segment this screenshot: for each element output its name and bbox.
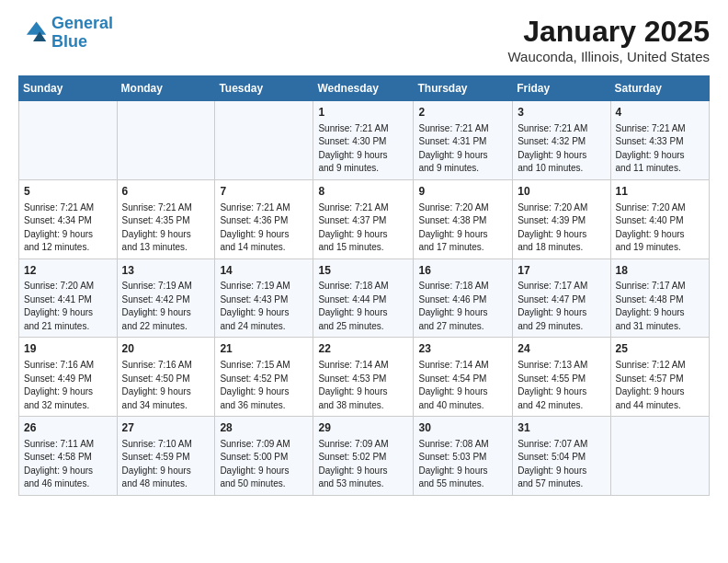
calendar-cell: 26Sunrise: 7:11 AM Sunset: 4:58 PM Dayli…	[19, 417, 118, 496]
day-content: Sunrise: 7:21 AM Sunset: 4:36 PM Dayligh…	[220, 201, 308, 255]
day-number: 26	[24, 420, 112, 436]
calendar-cell	[19, 101, 118, 180]
day-content: Sunrise: 7:15 AM Sunset: 4:52 PM Dayligh…	[220, 359, 308, 412]
calendar-cell: 21Sunrise: 7:15 AM Sunset: 4:52 PM Dayli…	[215, 338, 313, 417]
calendar-cell: 25Sunrise: 7:12 AM Sunset: 4:57 PM Dayli…	[610, 338, 709, 417]
day-content: Sunrise: 7:21 AM Sunset: 4:37 PM Dayligh…	[318, 201, 408, 255]
calendar-cell: 27Sunrise: 7:10 AM Sunset: 4:59 PM Dayli…	[117, 417, 215, 496]
calendar-cell: 7Sunrise: 7:21 AM Sunset: 4:36 PM Daylig…	[215, 179, 313, 259]
day-content: Sunrise: 7:17 AM Sunset: 4:48 PM Dayligh…	[616, 280, 704, 333]
day-content: Sunrise: 7:18 AM Sunset: 4:46 PM Dayligh…	[418, 280, 507, 333]
day-number: 19	[24, 341, 112, 357]
day-header-sunday: Sunday	[19, 76, 118, 101]
calendar-cell: 18Sunrise: 7:17 AM Sunset: 4:48 PM Dayli…	[610, 259, 709, 338]
day-content: Sunrise: 7:20 AM Sunset: 4:39 PM Dayligh…	[518, 201, 605, 255]
calendar-cell: 16Sunrise: 7:18 AM Sunset: 4:46 PM Dayli…	[414, 259, 513, 338]
day-header-friday: Friday	[513, 76, 610, 101]
logo-line1: General	[51, 14, 113, 32]
day-number: 5	[24, 184, 112, 200]
calendar-week-row: 26Sunrise: 7:11 AM Sunset: 4:58 PM Dayli…	[19, 417, 710, 496]
day-content: Sunrise: 7:19 AM Sunset: 4:42 PM Dayligh…	[122, 280, 210, 333]
calendar-cell: 29Sunrise: 7:09 AM Sunset: 5:02 PM Dayli…	[313, 417, 414, 496]
calendar-cell: 3Sunrise: 7:21 AM Sunset: 4:32 PM Daylig…	[513, 101, 610, 180]
day-content: Sunrise: 7:20 AM Sunset: 4:38 PM Dayligh…	[418, 201, 507, 255]
day-content: Sunrise: 7:20 AM Sunset: 4:41 PM Dayligh…	[24, 280, 112, 333]
day-content: Sunrise: 7:08 AM Sunset: 5:03 PM Dayligh…	[418, 438, 507, 491]
calendar-cell: 19Sunrise: 7:16 AM Sunset: 4:49 PM Dayli…	[19, 338, 118, 417]
day-header-saturday: Saturday	[610, 76, 709, 101]
day-number: 28	[220, 420, 308, 436]
logo-text: General Blue	[51, 15, 113, 52]
day-content: Sunrise: 7:11 AM Sunset: 4:58 PM Dayligh…	[24, 438, 112, 491]
day-number: 13	[122, 263, 210, 279]
day-number: 21	[220, 341, 308, 357]
day-number: 27	[122, 420, 210, 436]
day-content: Sunrise: 7:16 AM Sunset: 4:50 PM Dayligh…	[122, 359, 210, 412]
day-number: 11	[616, 184, 704, 200]
day-content: Sunrise: 7:20 AM Sunset: 4:40 PM Dayligh…	[616, 201, 704, 255]
day-number: 8	[318, 184, 408, 200]
day-number: 24	[518, 341, 605, 357]
calendar-cell: 17Sunrise: 7:17 AM Sunset: 4:47 PM Dayli…	[513, 259, 610, 338]
day-number: 20	[122, 341, 210, 357]
calendar-cell	[117, 101, 215, 180]
svg-marker-0	[27, 21, 46, 34]
day-number: 18	[616, 263, 704, 279]
day-header-monday: Monday	[117, 76, 215, 101]
calendar-table: SundayMondayTuesdayWednesdayThursdayFrid…	[18, 75, 710, 496]
title-block: January 2025 Wauconda, Illinois, United …	[507, 15, 710, 64]
subtitle: Wauconda, Illinois, United States	[507, 49, 710, 64]
calendar-cell: 22Sunrise: 7:14 AM Sunset: 4:53 PM Dayli…	[313, 338, 414, 417]
day-header-wednesday: Wednesday	[313, 76, 414, 101]
day-number: 14	[220, 263, 308, 279]
calendar-cell: 11Sunrise: 7:20 AM Sunset: 4:40 PM Dayli…	[610, 179, 709, 259]
day-content: Sunrise: 7:14 AM Sunset: 4:54 PM Dayligh…	[418, 359, 507, 412]
day-header-thursday: Thursday	[414, 76, 513, 101]
day-content: Sunrise: 7:09 AM Sunset: 5:02 PM Dayligh…	[318, 438, 408, 491]
day-number: 1	[318, 105, 408, 121]
calendar-cell: 31Sunrise: 7:07 AM Sunset: 5:04 PM Dayli…	[513, 417, 610, 496]
day-number: 22	[318, 341, 408, 357]
day-number: 6	[122, 184, 210, 200]
calendar-week-row: 12Sunrise: 7:20 AM Sunset: 4:41 PM Dayli…	[19, 259, 710, 338]
calendar-week-row: 1Sunrise: 7:21 AM Sunset: 4:30 PM Daylig…	[19, 101, 710, 180]
page-header: General Blue January 2025 Wauconda, Illi…	[18, 15, 710, 64]
day-content: Sunrise: 7:21 AM Sunset: 4:33 PM Dayligh…	[616, 122, 704, 176]
calendar-cell: 28Sunrise: 7:09 AM Sunset: 5:00 PM Dayli…	[215, 417, 313, 496]
calendar-cell: 6Sunrise: 7:21 AM Sunset: 4:35 PM Daylig…	[117, 179, 215, 259]
calendar-cell: 12Sunrise: 7:20 AM Sunset: 4:41 PM Dayli…	[19, 259, 118, 338]
day-number: 25	[616, 341, 704, 357]
day-number: 2	[418, 105, 507, 121]
day-number: 30	[418, 420, 507, 436]
calendar-cell: 1Sunrise: 7:21 AM Sunset: 4:30 PM Daylig…	[313, 101, 414, 180]
day-header-tuesday: Tuesday	[215, 76, 313, 101]
day-content: Sunrise: 7:13 AM Sunset: 4:55 PM Dayligh…	[518, 359, 605, 412]
day-content: Sunrise: 7:21 AM Sunset: 4:31 PM Dayligh…	[418, 122, 507, 176]
calendar-cell: 24Sunrise: 7:13 AM Sunset: 4:55 PM Dayli…	[513, 338, 610, 417]
day-content: Sunrise: 7:21 AM Sunset: 4:34 PM Dayligh…	[24, 201, 112, 255]
day-content: Sunrise: 7:12 AM Sunset: 4:57 PM Dayligh…	[616, 359, 704, 412]
day-number: 4	[616, 105, 704, 121]
day-number: 15	[318, 263, 408, 279]
calendar-cell: 5Sunrise: 7:21 AM Sunset: 4:34 PM Daylig…	[19, 179, 118, 259]
day-number: 16	[418, 263, 507, 279]
day-content: Sunrise: 7:14 AM Sunset: 4:53 PM Dayligh…	[318, 359, 408, 412]
calendar-cell: 13Sunrise: 7:19 AM Sunset: 4:42 PM Dayli…	[117, 259, 215, 338]
day-content: Sunrise: 7:09 AM Sunset: 5:00 PM Dayligh…	[220, 438, 308, 491]
calendar-cell: 23Sunrise: 7:14 AM Sunset: 4:54 PM Dayli…	[414, 338, 513, 417]
day-content: Sunrise: 7:19 AM Sunset: 4:43 PM Dayligh…	[220, 280, 308, 333]
day-content: Sunrise: 7:21 AM Sunset: 4:30 PM Dayligh…	[318, 122, 408, 176]
day-content: Sunrise: 7:17 AM Sunset: 4:47 PM Dayligh…	[518, 280, 605, 333]
calendar-cell: 4Sunrise: 7:21 AM Sunset: 4:33 PM Daylig…	[610, 101, 709, 180]
day-number: 9	[418, 184, 507, 200]
day-content: Sunrise: 7:07 AM Sunset: 5:04 PM Dayligh…	[518, 438, 605, 491]
logo-line2: Blue	[51, 32, 87, 51]
day-content: Sunrise: 7:18 AM Sunset: 4:44 PM Dayligh…	[318, 280, 408, 333]
calendar-header-row: SundayMondayTuesdayWednesdayThursdayFrid…	[19, 76, 710, 101]
day-number: 10	[518, 184, 605, 200]
calendar-week-row: 19Sunrise: 7:16 AM Sunset: 4:49 PM Dayli…	[19, 338, 710, 417]
calendar-cell	[215, 101, 313, 180]
calendar-cell: 14Sunrise: 7:19 AM Sunset: 4:43 PM Dayli…	[215, 259, 313, 338]
calendar-cell: 30Sunrise: 7:08 AM Sunset: 5:03 PM Dayli…	[414, 417, 513, 496]
calendar-cell: 8Sunrise: 7:21 AM Sunset: 4:37 PM Daylig…	[313, 179, 414, 259]
